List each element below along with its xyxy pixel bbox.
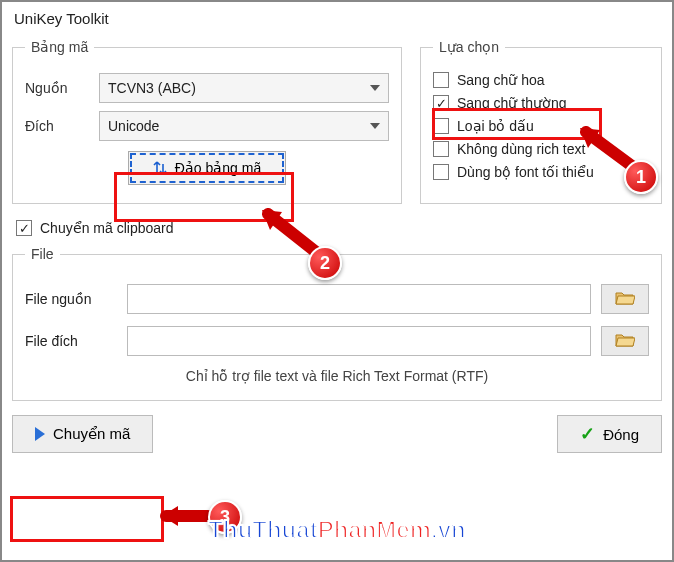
close-button-label: Đóng bbox=[603, 426, 639, 443]
option-checkbox[interactable] bbox=[433, 95, 449, 111]
file-legend: File bbox=[25, 246, 60, 262]
option-label: Không dùng rich text bbox=[457, 141, 585, 157]
dest-encoding-select[interactable]: Unicode bbox=[99, 111, 389, 141]
swap-encoding-button[interactable]: Đảo bảng mã bbox=[128, 151, 286, 185]
annotation-arrow-icon bbox=[158, 502, 218, 530]
swap-arrows-icon bbox=[153, 160, 167, 176]
annotation-callout: 3 bbox=[208, 500, 242, 534]
file-format-hint: Chỉ hỗ trợ file text và file Rich Text F… bbox=[25, 368, 649, 384]
annotation-highlight bbox=[10, 496, 164, 542]
dest-label: Đích bbox=[25, 118, 89, 134]
file-group: File File nguồn File đích Chỉ hỗ trợ fil… bbox=[12, 246, 662, 401]
file-dest-input[interactable] bbox=[127, 326, 591, 356]
chevron-down-icon bbox=[370, 85, 380, 91]
option-label: Dùng bộ font tối thiểu bbox=[457, 164, 594, 180]
chevron-down-icon bbox=[370, 123, 380, 129]
folder-open-icon bbox=[615, 332, 635, 351]
check-icon: ✓ bbox=[580, 423, 595, 445]
file-source-input[interactable] bbox=[127, 284, 591, 314]
window-title: UniKey Toolkit bbox=[14, 10, 662, 27]
file-dest-browse-button[interactable] bbox=[601, 326, 649, 356]
options-group: Lựa chọn Sang chữ hoaSang chữ thườngLoại… bbox=[420, 39, 662, 204]
play-icon bbox=[35, 427, 45, 441]
convert-button[interactable]: Chuyển mã bbox=[12, 415, 153, 453]
convert-button-label: Chuyển mã bbox=[53, 425, 130, 443]
source-encoding-select[interactable]: TCVN3 (ABC) bbox=[99, 73, 389, 103]
encoding-legend: Bảng mã bbox=[25, 39, 94, 55]
clipboard-checkbox[interactable] bbox=[16, 220, 32, 236]
source-encoding-value: TCVN3 (ABC) bbox=[108, 80, 196, 96]
close-button[interactable]: ✓ Đóng bbox=[557, 415, 662, 453]
swap-button-label: Đảo bảng mã bbox=[175, 160, 261, 176]
option-checkbox[interactable] bbox=[433, 72, 449, 88]
clipboard-label: Chuyển mã clipboard bbox=[40, 220, 174, 236]
option-label: Loại bỏ dấu bbox=[457, 118, 534, 134]
option-label: Sang chữ thường bbox=[457, 95, 567, 111]
options-legend: Lựa chọn bbox=[433, 39, 505, 55]
file-dest-label: File đích bbox=[25, 333, 117, 349]
file-source-browse-button[interactable] bbox=[601, 284, 649, 314]
option-label: Sang chữ hoa bbox=[457, 72, 545, 88]
folder-open-icon bbox=[615, 290, 635, 309]
dest-encoding-value: Unicode bbox=[108, 118, 159, 134]
option-checkbox[interactable] bbox=[433, 164, 449, 180]
watermark: ThuThuatPhanMem.vn bbox=[208, 516, 465, 544]
file-source-label: File nguồn bbox=[25, 291, 117, 307]
option-checkbox[interactable] bbox=[433, 141, 449, 157]
encoding-group: Bảng mã Nguồn TCVN3 (ABC) Đích Unicode bbox=[12, 39, 402, 204]
source-label: Nguồn bbox=[25, 80, 89, 96]
option-checkbox[interactable] bbox=[433, 118, 449, 134]
